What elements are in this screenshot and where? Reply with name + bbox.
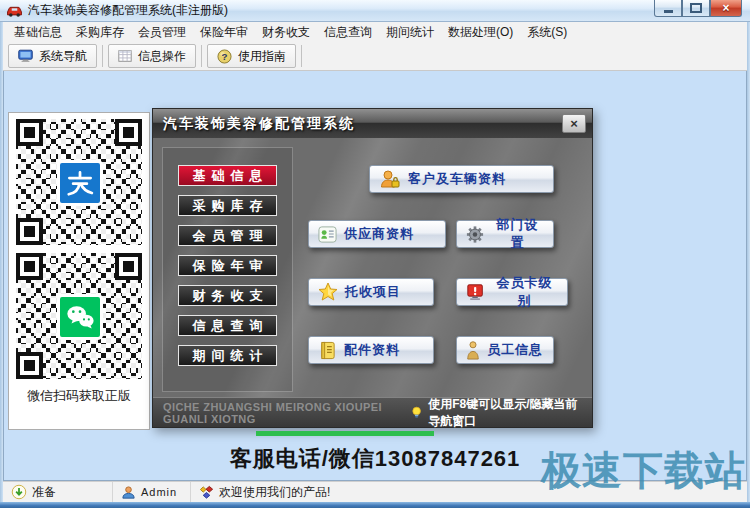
dialog-nav-period-statistics[interactable]: 期间统计 — [178, 345, 277, 366]
dialog-nav-member-management[interactable]: 会员管理 — [178, 225, 277, 246]
f8-hint-text: 使用F8键可以显示/隐藏当前导航窗口 — [428, 396, 582, 430]
title-bar: 汽车装饰美容修配管理系统(非注册版) × — [0, 0, 750, 22]
menu-data-processing[interactable]: 数据处理(O) — [441, 22, 520, 43]
dialog-nav-finance[interactable]: 财务收支 — [178, 285, 277, 306]
watermark: 极速下载站 — [541, 443, 746, 498]
wechat-qr-code — [16, 253, 142, 379]
svg-text:?: ? — [221, 51, 227, 62]
dialog-nav-info-query[interactable]: 信息查询 — [178, 315, 277, 336]
employee-info-button[interactable]: 员工信息 — [456, 336, 554, 364]
qr-finder — [16, 253, 43, 280]
help-icon: ? — [217, 49, 232, 64]
feature-label: 供应商资料 — [344, 225, 414, 243]
qr-finder — [16, 352, 43, 379]
person-icon — [466, 341, 480, 360]
collection-items-button[interactable]: 托收项目 — [308, 278, 434, 306]
menu-purchase-inventory[interactable]: 采购库存 — [69, 22, 131, 43]
department-settings-button[interactable]: 部门设置 — [456, 220, 554, 248]
menu-basic-info[interactable]: 基础信息 — [7, 22, 69, 43]
dialog-close-button[interactable]: × — [562, 114, 586, 133]
menu-finance[interactable]: 财务收支 — [255, 22, 317, 43]
toolbar-separator — [201, 45, 202, 67]
system-navigation-button[interactable]: 系统导航 — [8, 44, 97, 68]
tool-label: 系统导航 — [39, 48, 87, 65]
customer-vehicle-data-button[interactable]: 客户及车辆资料 — [369, 165, 554, 193]
qr-finder — [115, 253, 142, 280]
qr-finder — [16, 119, 43, 146]
toolbar-separator — [102, 45, 103, 67]
toolbar: 系统导航 信息操作 ? 使用指南 — [3, 42, 747, 71]
feature-label: 部门设置 — [491, 216, 544, 252]
dialog-title-bar: 汽车装饰美容修配管理系统 × — [153, 109, 592, 138]
wechat-logo-icon — [57, 294, 103, 340]
status-welcome-text: 欢迎使用我们的产品! — [219, 484, 330, 501]
feature-label: 托收项目 — [345, 283, 401, 301]
minimize-button[interactable] — [654, 0, 682, 17]
status-user-text: Admin — [141, 486, 177, 498]
info-operation-button[interactable]: 信息操作 — [108, 44, 196, 68]
alert-monitor-icon — [466, 283, 484, 302]
dialog-body: 基础信息 采购库存 会员管理 保险年审 财务收支 信息查询 期间统计 客户及车辆… — [153, 138, 592, 427]
user-icon — [121, 485, 136, 500]
dialog-nav-basic-info[interactable]: 基础信息 — [178, 165, 277, 186]
menu-insurance-review[interactable]: 保险年审 — [193, 22, 255, 43]
dialog-footer: QICHE ZHUANGSHI MEIRONG XIOUPEI GUANLI X… — [153, 397, 592, 427]
feature-label: 配件资料 — [344, 341, 400, 359]
menu-member-management[interactable]: 会员管理 — [131, 22, 193, 43]
tool-label: 信息操作 — [138, 48, 186, 65]
window-title: 汽车装饰美容修配管理系统(非注册版) — [28, 2, 228, 19]
monitor-icon — [18, 49, 33, 63]
dialog-nav-purchase-inventory[interactable]: 采购库存 — [178, 195, 277, 216]
menu-info-query[interactable]: 信息查询 — [317, 22, 379, 43]
tool-label: 使用指南 — [238, 48, 286, 65]
qr-finder — [16, 218, 43, 245]
user-guide-button[interactable]: ? 使用指南 — [207, 44, 296, 68]
status-ready-section: 准备 — [3, 482, 113, 502]
ready-icon — [11, 484, 27, 500]
app-window: 汽车装饰美容修配管理系统(非注册版) × 基础信息 采购库存 会员管理 保险年审… — [0, 0, 750, 508]
gear-icon — [466, 225, 484, 244]
welcome-icon — [199, 485, 214, 500]
grid-icon — [118, 50, 132, 62]
dialog-nav-insurance-review[interactable]: 保险年审 — [178, 255, 277, 276]
feature-label: 客户及车辆资料 — [408, 170, 506, 188]
supplier-icon — [318, 225, 337, 244]
alipay-logo-icon — [57, 160, 103, 206]
window-border-bottom — [0, 502, 750, 508]
car-icon — [6, 5, 23, 17]
bulb-icon — [410, 404, 423, 421]
green-underline-bar — [256, 431, 434, 436]
app-icon — [6, 5, 23, 17]
menu-system[interactable]: 系统(S) — [520, 22, 574, 43]
pinyin-watermark: QICHE ZHUANGSHI MEIRONG XIOUPEI GUANLI X… — [163, 401, 410, 425]
customer-vehicle-icon — [379, 169, 401, 189]
supplier-data-button[interactable]: 供应商资料 — [308, 220, 446, 248]
navigation-dialog: 汽车装饰美容修配管理系统 × 基础信息 采购库存 会员管理 保险年审 财务收支 … — [152, 108, 593, 428]
maximize-button[interactable] — [682, 0, 710, 17]
qr-caption: 微信扫码获取正版 — [9, 387, 149, 405]
qr-finder — [115, 119, 142, 146]
feature-label: 会员卡级别 — [491, 274, 558, 310]
alipay-qr-code — [16, 119, 142, 245]
dialog-title: 汽车装饰美容修配管理系统 — [163, 115, 355, 133]
star-icon — [318, 282, 338, 302]
window-controls: × — [654, 0, 742, 17]
menu-period-statistics[interactable]: 期间统计 — [379, 22, 441, 43]
status-user-section: Admin — [113, 482, 191, 502]
menu-bar: 基础信息 采购库存 会员管理 保险年审 财务收支 信息查询 期间统计 数据处理(… — [3, 22, 747, 43]
status-ready-text: 准备 — [32, 484, 56, 501]
qr-panel: 微信扫码获取正版 — [8, 112, 150, 430]
nav-panel: 基础信息 采购库存 会员管理 保险年审 财务收支 信息查询 期间统计 — [162, 147, 293, 392]
parts-data-button[interactable]: 配件资料 — [308, 336, 434, 364]
feature-label: 员工信息 — [487, 341, 543, 359]
f8-hint: 使用F8键可以显示/隐藏当前导航窗口 — [410, 396, 582, 430]
toolbar-separator — [301, 45, 302, 67]
close-button[interactable]: × — [710, 0, 742, 17]
member-card-level-button[interactable]: 会员卡级别 — [456, 278, 568, 306]
notebook-icon — [318, 341, 337, 360]
